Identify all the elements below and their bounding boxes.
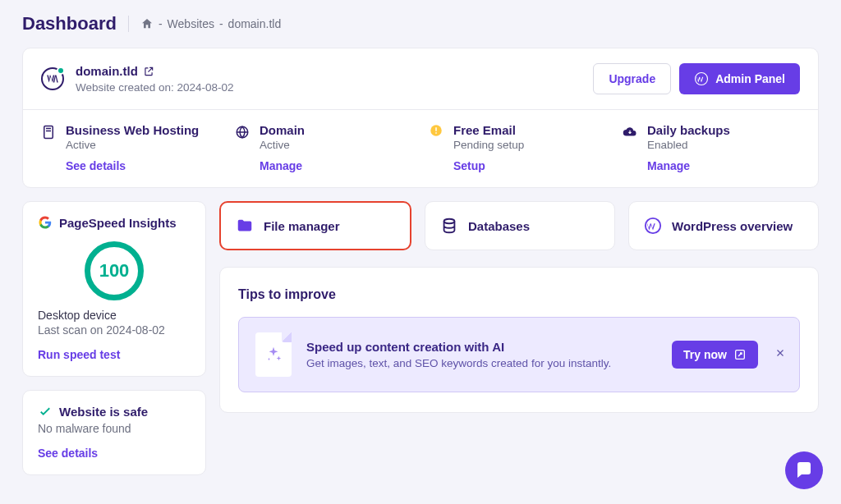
- email-sub: Pending setup: [453, 139, 524, 151]
- sparkle-icon: [255, 332, 292, 377]
- wordpress-icon: [644, 217, 662, 235]
- try-now-button[interactable]: Try now: [672, 341, 758, 369]
- wordpress-icon: [41, 67, 64, 90]
- email-status: Free Email Pending setup Setup: [429, 123, 606, 172]
- breadcrumb-websites[interactable]: Websites: [168, 17, 214, 30]
- server-icon: [41, 125, 56, 140]
- wordpress-overview-shortcut[interactable]: WordPress overview: [628, 201, 819, 250]
- breadcrumb: - Websites - domain.tld: [140, 17, 281, 30]
- pagespeed-title: PageSpeed Insights: [59, 216, 177, 230]
- breadcrumb-sep: -: [219, 17, 223, 30]
- check-icon: [38, 404, 53, 419]
- breadcrumb-sep: -: [159, 17, 163, 30]
- email-link[interactable]: Setup: [453, 159, 524, 172]
- pagespeed-card: PageSpeed Insights 100 Desktop device La…: [22, 201, 206, 377]
- admin-panel-button[interactable]: Admin Panel: [679, 63, 800, 94]
- svg-rect-2: [46, 128, 51, 130]
- created-label: Website created on: 2024-08-02: [76, 81, 234, 94]
- backups-sub: Enabled: [647, 139, 730, 151]
- svg-rect-3: [46, 131, 51, 132]
- domain-name: domain.tld: [76, 64, 138, 78]
- pagespeed-last-scan: Last scan on 2024-08-02: [38, 323, 191, 337]
- tip-banner: Speed up content creation with AI Get im…: [238, 317, 800, 392]
- email-title: Free Email: [453, 123, 524, 137]
- shortcut-label: File manager: [264, 219, 340, 233]
- open-icon: [733, 348, 747, 361]
- safety-link[interactable]: See details: [38, 447, 191, 460]
- backups-link[interactable]: Manage: [647, 159, 730, 172]
- database-icon: [440, 217, 458, 235]
- pagespeed-device: Desktop device: [38, 309, 191, 322]
- hosting-title: Business Web Hosting: [66, 123, 199, 137]
- close-icon[interactable]: [774, 347, 786, 362]
- hosting-link[interactable]: See details: [66, 159, 199, 172]
- folder-icon: [236, 217, 254, 235]
- backups-status: Daily backups Enabled Manage: [623, 123, 800, 172]
- admin-panel-label: Admin Panel: [715, 72, 785, 85]
- svg-rect-6: [435, 127, 437, 131]
- pagespeed-gauge: 100: [85, 241, 144, 300]
- site-summary-card: domain.tld Website created on: 2024-08-0…: [22, 48, 819, 188]
- svg-point-9: [646, 218, 660, 233]
- warning-icon: [429, 123, 443, 138]
- globe-icon: [235, 125, 250, 140]
- svg-point-8: [444, 219, 455, 224]
- page-title: Dashboard: [22, 13, 117, 34]
- tip-desc: Get images, text, and SEO keywords creat…: [306, 357, 657, 369]
- domain-sub: Active: [260, 139, 305, 151]
- hosting-status: Business Web Hosting Active See details: [41, 123, 218, 172]
- file-manager-shortcut[interactable]: File manager: [219, 201, 411, 250]
- chat-icon: [794, 460, 814, 480]
- tip-title: Speed up content creation with AI: [306, 340, 657, 354]
- shortcut-label: Databases: [468, 219, 530, 233]
- safety-card: Website is safe No malware found See det…: [22, 390, 206, 475]
- google-g-icon: [38, 215, 53, 230]
- backups-title: Daily backups: [647, 123, 730, 137]
- safety-title: Website is safe: [59, 405, 148, 419]
- breadcrumb-domain: domain.tld: [228, 17, 282, 30]
- divider: [128, 16, 129, 32]
- try-now-label: Try now: [683, 348, 727, 361]
- home-icon[interactable]: [140, 17, 154, 30]
- run-speed-test-link[interactable]: Run speed test: [38, 348, 191, 361]
- cloud-icon: [623, 125, 637, 140]
- chat-fab[interactable]: [785, 451, 823, 489]
- shortcut-label: WordPress overview: [672, 219, 793, 233]
- upgrade-button[interactable]: Upgrade: [593, 63, 671, 94]
- domain-status: Domain Active Manage: [235, 123, 412, 172]
- safety-sub: No malware found: [38, 422, 191, 435]
- svg-rect-7: [435, 132, 437, 134]
- tips-section-title: Tips to improve: [238, 287, 800, 302]
- domain-link[interactable]: Manage: [260, 159, 305, 172]
- databases-shortcut[interactable]: Databases: [425, 201, 615, 250]
- domain-title: Domain: [260, 123, 305, 137]
- hosting-sub: Active: [66, 139, 199, 151]
- wordpress-small-icon: [694, 71, 709, 86]
- tips-card: Tips to improve Speed up content creatio…: [219, 267, 819, 413]
- status-dot: [57, 66, 65, 75]
- external-link-icon[interactable]: [143, 66, 154, 77]
